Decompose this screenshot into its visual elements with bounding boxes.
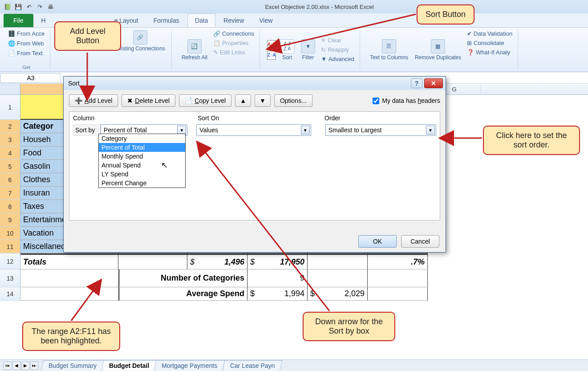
tab-data[interactable]: Data [187,13,216,27]
sheet-tab[interactable]: Mortgage Payments [154,360,225,371]
cell[interactable] [20,269,118,287]
properties-button[interactable]: 📋Properties [211,39,256,47]
cell[interactable]: Totals [20,253,118,269]
cell[interactable]: 9 [247,269,308,287]
chevron-down-icon[interactable]: ▼ [301,126,310,135]
row-14: 14 Average Spend $1,994 $2,029 [0,287,588,301]
save-icon[interactable]: 💾 [14,3,22,11]
dropdown-option[interactable]: Annual Spend [99,161,185,170]
remove-duplicates-button[interactable]: ▦Remove Duplicates [412,29,464,70]
dropdown-option[interactable]: LY Spend [99,170,185,179]
headers-checkbox-input[interactable] [373,98,379,104]
sort-za-icon[interactable]: Z↓A [267,51,276,60]
row-header[interactable]: 6 [0,173,20,187]
edit-links-button[interactable]: ✎Edit Links [211,48,256,57]
dialog-close-button[interactable]: ✕ [424,78,443,88]
cell[interactable] [308,253,368,269]
undo-icon[interactable]: ↶ [25,3,33,11]
row-header[interactable]: 11 [0,240,20,253]
delete-level-button[interactable]: ✖Delete Level [122,94,175,107]
sheet-nav: ⏮ ◀ ▶ ⏭ [4,362,38,370]
sort-button[interactable]: A ZZ ASort [277,38,297,61]
dialog-help-button[interactable]: ? [411,78,422,88]
advanced-icon: ▼ [321,56,327,62]
sheet-tab[interactable]: Budget Summary [41,360,105,371]
group-get-external: 🗄️From Acce 🌐From Web 📄From Text Get [3,29,50,70]
cell[interactable] [368,287,428,301]
move-up-button[interactable]: ▲ [235,94,251,107]
row-header[interactable]: 7 [0,187,20,200]
sheet-tab[interactable]: Budget Detail [101,360,157,371]
row-header[interactable]: 3 [0,133,20,147]
cell[interactable]: $2,029 [308,287,368,301]
headers-checkbox[interactable]: My data has headers [373,97,440,104]
dropdown-option[interactable]: Monthly Spend [99,152,185,161]
row-header[interactable]: 14 [0,287,20,301]
options-button[interactable]: Options... [274,94,312,107]
row-header[interactable]: 8 [0,200,20,213]
row-header[interactable]: 2 [0,120,20,133]
ok-button[interactable]: OK [358,235,397,248]
tab-file[interactable]: File [4,14,33,27]
row-header[interactable]: 1 [0,95,20,120]
row-header[interactable]: 5 [0,160,20,173]
sort-az-icon[interactable]: A↓Z [267,40,276,49]
redo-icon[interactable]: ↷ [36,3,44,11]
dropdown-option[interactable]: Percent Change [99,179,185,188]
cell[interactable]: Number of Categories [118,269,247,287]
from-access-button[interactable]: 🗄️From Acce [6,29,46,38]
select-all-corner[interactable] [0,84,20,94]
order-combo[interactable]: Smallest to Largest▼ [325,124,436,136]
sheet-nav-prev[interactable]: ◀ [12,362,20,370]
cell[interactable]: $1,496 [187,253,247,269]
sheet-nav-first[interactable]: ⏮ [4,362,12,370]
chevron-down-icon[interactable]: ▼ [177,126,186,135]
cell[interactable]: Average Spend [118,287,247,301]
connections-button[interactable]: 🔗Connections [211,29,256,38]
tab-home[interactable]: H [34,14,53,27]
cancel-button[interactable]: Cancel [401,235,439,248]
filter-button[interactable]: ▼Filter [298,38,318,61]
cell[interactable] [368,269,428,287]
cell[interactable]: $1,994 [247,287,308,301]
row-header[interactable]: 10 [0,227,20,240]
copy-level-button[interactable]: 📄Copy Level [179,94,231,107]
from-text-button[interactable]: 📄From Text [6,49,46,57]
tab-formulas[interactable]: Formulas [146,14,186,27]
tab-review[interactable]: Review [216,14,251,27]
clear-button[interactable]: ✕Clear [319,36,356,45]
sorton-header: Sort On [198,114,324,122]
refresh-all-button[interactable]: 🔄Refresh All [179,29,210,70]
print-icon[interactable]: 🖶 [46,3,54,11]
cell[interactable] [308,269,368,287]
add-level-button[interactable]: ➕Add Level [69,94,118,107]
sheet-nav-last[interactable]: ⏭ [30,362,38,370]
tab-view[interactable]: View [252,14,280,27]
consolidate-button[interactable]: ⊞Consolidate [465,39,514,47]
cell[interactable]: $17,950 [247,253,308,269]
data-validation-button[interactable]: ✔Data Validation [465,29,514,38]
sorton-combo[interactable]: Values▼ [196,124,311,136]
sheet-nav-next[interactable]: ▶ [21,362,29,370]
row-header[interactable]: 9 [0,213,20,227]
advanced-button[interactable]: ▼Advanced [319,55,356,63]
row-header[interactable]: 13 [0,269,20,287]
name-box[interactable]: A3 [0,73,61,83]
text-to-columns-button[interactable]: ☴Text to Columns [367,29,411,70]
move-down-button[interactable]: ▼ [255,94,271,107]
row-header[interactable]: 12 [0,253,20,269]
chevron-down-icon[interactable]: ▼ [426,126,435,135]
cell[interactable] [20,287,118,301]
dropdown-option[interactable]: Category [99,134,185,143]
cell[interactable] [118,253,187,269]
dropdown-option[interactable]: Percent of Total [99,143,185,152]
sheet-tab[interactable]: Car Lease Payn [222,360,282,371]
row-header[interactable]: 4 [0,147,20,160]
reapply-button[interactable]: ↻Reapply [319,45,356,54]
cell[interactable]: .7% [368,253,428,269]
consolidate-icon: ⊞ [467,40,472,46]
group-sort-filter: A↓Z Z↓A A ZZ ASort ▼Filter ✕Clear ↻Reapp… [264,29,360,70]
sortby-dropdown-list[interactable]: Category Percent of Total Monthly Spend … [98,134,186,188]
what-if-button[interactable]: ❓What-If Analy [465,48,514,57]
from-web-button[interactable]: 🌐From Web [6,39,46,48]
